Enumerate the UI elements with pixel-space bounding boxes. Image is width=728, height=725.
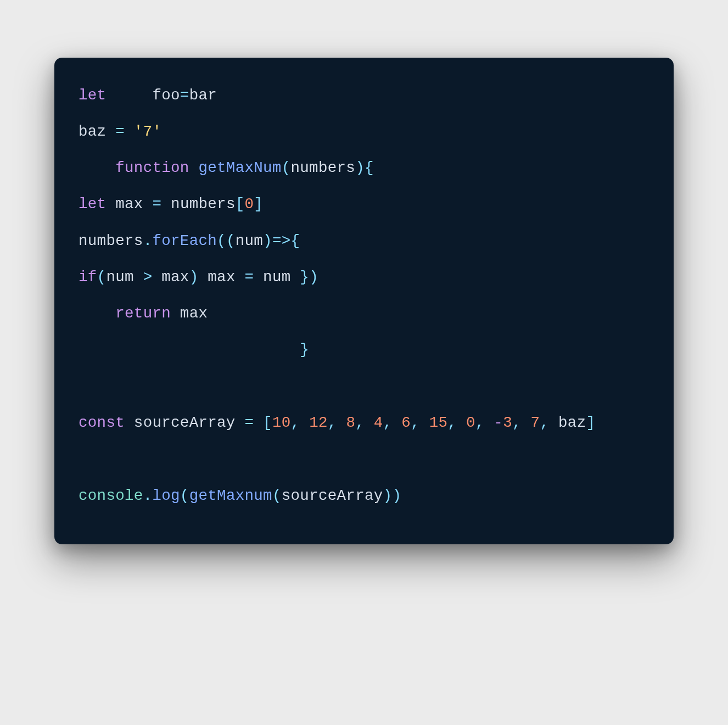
keyword-let: let (79, 196, 106, 213)
paren-open: ( (217, 232, 226, 249)
number-literal: 6 (401, 414, 411, 431)
operator-gt: > (143, 269, 153, 286)
identifier-baz: baz (558, 414, 586, 431)
comma: , (475, 414, 485, 431)
whitespace (171, 305, 180, 322)
dot-operator: . (143, 232, 153, 249)
identifier-numbers: numbers (171, 196, 236, 213)
bracket-open: [ (236, 196, 245, 213)
code-line-4: let max = numbers[0] (79, 194, 649, 214)
brace-open: { (291, 232, 300, 249)
comma: , (291, 414, 300, 431)
whitespace (522, 414, 531, 431)
operator-equals: = (245, 269, 254, 286)
whitespace-indent (79, 159, 115, 176)
string-literal: '7' (134, 123, 161, 140)
whitespace (125, 414, 134, 431)
identifier-max: max (152, 269, 189, 286)
number-literal: 3 (503, 414, 512, 431)
bracket-close: ] (254, 196, 263, 213)
paren-close: ) (263, 232, 272, 249)
whitespace (392, 414, 401, 431)
number-literal: 0 (245, 196, 254, 213)
identifier-num: num (254, 269, 300, 286)
paren-open: ( (180, 487, 189, 504)
code-line-2: baz = '7' (79, 121, 649, 142)
whitespace (106, 196, 115, 213)
whitespace (189, 159, 199, 176)
comma: , (447, 414, 457, 431)
identifier-sourcearray: sourceArray (282, 487, 383, 504)
identifier-console: console (79, 487, 143, 504)
code-line-8: } (79, 339, 649, 360)
bracket-open: [ (263, 414, 272, 431)
whitespace-indent (79, 341, 300, 358)
parameter: numbers (291, 159, 356, 176)
brace-close: } (300, 269, 309, 286)
code-snippet-card: let foo=bar baz = '7' function getMaxNum… (54, 58, 674, 544)
comma: , (328, 414, 337, 431)
code-line-6: if(num > max) max = num }) (79, 267, 649, 287)
whitespace-indent (79, 305, 115, 322)
operator-equals: = (115, 123, 125, 140)
comma: , (512, 414, 522, 431)
paren-close: ) (392, 487, 401, 504)
function-name: getMaxNum (198, 159, 281, 176)
dot-operator: . (143, 487, 153, 504)
identifier-sourcearray: sourceArray (134, 414, 245, 431)
identifier-max: max (198, 269, 244, 286)
keyword-if: if (79, 269, 97, 286)
number-literal: 7 (531, 414, 540, 431)
method-log: log (152, 487, 180, 504)
code-line-9: const sourceArray = [10, 12, 8, 4, 6, 15… (79, 412, 649, 433)
comma: , (540, 414, 549, 431)
identifier-max: max (115, 196, 152, 213)
whitespace (161, 196, 171, 213)
code-line-5: numbers.forEach((num)=>{ (79, 231, 649, 251)
identifier-foo: foo (152, 87, 180, 104)
parameter-num: num (236, 232, 263, 249)
whitespace (254, 414, 263, 431)
whitespace (106, 87, 152, 104)
number-literal: 4 (374, 414, 383, 431)
paren-close: ) (309, 269, 318, 286)
identifier-num: num (106, 269, 143, 286)
comma: , (355, 414, 365, 431)
number-literal: 8 (346, 414, 355, 431)
whitespace (365, 414, 374, 431)
brace-close: } (300, 341, 309, 358)
whitespace (125, 123, 134, 140)
code-line-10: console.log(getMaxnum(sourceArray)) (79, 486, 649, 506)
paren-open: ( (226, 232, 236, 249)
whitespace (420, 414, 429, 431)
blank-line (79, 376, 649, 397)
comma: , (383, 414, 393, 431)
whitespace (457, 414, 466, 431)
paren-close: ) (355, 159, 365, 176)
number-literal: 0 (466, 414, 475, 431)
paren-close: ) (383, 487, 393, 504)
paren-open: ( (272, 487, 282, 504)
arrow-operator: => (272, 232, 291, 249)
keyword-return: return (115, 305, 171, 322)
operator-minus: - (494, 414, 503, 431)
brace-open: { (365, 159, 374, 176)
whitespace (300, 414, 309, 431)
operator-equals: = (244, 414, 254, 431)
bracket-close: ] (586, 414, 595, 431)
paren-open: ( (97, 269, 107, 286)
whitespace (485, 414, 494, 431)
whitespace (337, 414, 346, 431)
paren-close: ) (189, 269, 199, 286)
blank-line (79, 449, 649, 470)
keyword-const: const (79, 414, 125, 431)
operator-equals: = (152, 196, 161, 213)
code-line-3: function getMaxNum(numbers){ (79, 158, 649, 178)
number-literal: 15 (429, 414, 448, 431)
keyword-function: function (115, 159, 189, 176)
identifier-baz: baz (79, 123, 115, 140)
code-line-1: let foo=bar (79, 85, 649, 105)
identifier-bar: bar (189, 87, 217, 104)
keyword-let: let (79, 87, 106, 104)
identifier-max: max (180, 305, 208, 322)
